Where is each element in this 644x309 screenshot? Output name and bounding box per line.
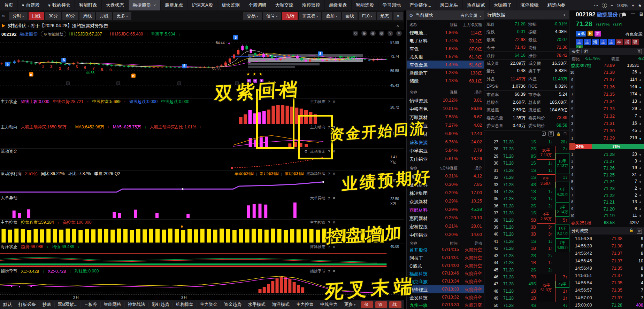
timesales-row[interactable]: 15:00:0071.28408 xyxy=(569,302,644,309)
tab-首页[interactable]: 首页 xyxy=(0,0,18,10)
panel-controls[interactable]: 主力控盘?✕ xyxy=(310,220,336,225)
table-row[interactable]: 有色1.63%87.0亿 xyxy=(407,45,484,53)
book-row[interactable]: 371.2619 xyxy=(569,165,644,172)
zoom-out-icon[interactable]: − xyxy=(611,3,613,8)
tool-交易[interactable]: 交易▾ xyxy=(243,12,262,20)
strategy-badge-海[interactable]: 海 xyxy=(592,39,599,45)
tab-大咖交流[interactable]: 大咖交流 xyxy=(271,0,298,10)
help-icon[interactable]: ? xyxy=(328,100,330,104)
table-row[interactable]: 金发科技07/13:32火箭升空 xyxy=(407,293,484,301)
panel-controls[interactable]: 主力状态?✕ xyxy=(310,99,336,104)
favorite-icon[interactable]: ★ xyxy=(638,3,642,8)
tab-大盘状态[interactable]: 大盘状态 xyxy=(102,0,129,10)
table-row[interactable]: 盛和资源6.76%24.02 xyxy=(407,138,484,146)
tab-大咖圈子[interactable]: 大咖圈子 xyxy=(490,0,516,10)
help-icon[interactable]: ? xyxy=(328,269,330,274)
help-icon[interactable]: ? xyxy=(328,196,330,200)
tab-产业链传...[interactable]: 产业链传... xyxy=(405,0,436,10)
lock-icon[interactable]: 🔒 xyxy=(557,132,561,136)
window-controls[interactable]: ⋯!−100%+★ xyxy=(594,0,642,10)
watchlist-button[interactable]: 自 xyxy=(639,11,643,17)
kline-chart[interactable]: 123456789$$$$$BB★★★◆◆84.44◆56.66中 启动牛44.… xyxy=(0,33,404,98)
close-icon[interactable]: ✕ xyxy=(332,149,336,154)
book-row[interactable]: 1071.1911 xyxy=(569,212,644,219)
tab-自选股[interactable]: ♥自选股 xyxy=(18,0,44,10)
lock-icon[interactable]: 🔒 xyxy=(629,228,634,232)
timesales-row[interactable]: 14:56:4571.3710 xyxy=(569,258,644,265)
tool-前复权[interactable]: 前复权▾ xyxy=(299,12,321,20)
footer-item-神龙战法[interactable]: 神龙战法 xyxy=(125,302,149,308)
tool-九转[interactable]: 九转 xyxy=(282,12,298,20)
tick-row[interactable]: 4871.281B1↑ xyxy=(484,288,569,295)
footer-button-战法[interactable]: 战法 xyxy=(389,301,401,308)
strategy-badge-捕[interactable]: 捕 xyxy=(624,39,631,45)
close-icon[interactable]: ✕ xyxy=(396,24,399,28)
tab-涨停监控[interactable]: 涨停监控 xyxy=(298,0,325,10)
zoom-level[interactable]: 100% xyxy=(617,3,628,8)
strategy-badge-主[interactable]: 主 xyxy=(600,39,607,45)
table-row[interactable]: 众源新材0.29%10.25 xyxy=(407,197,484,205)
tab-个股调研[interactable]: 个股调研 xyxy=(244,0,271,10)
footer-item-智能网格[interactable]: 智能网格 xyxy=(101,302,125,308)
tick-row[interactable]: 2771.281S1↓20↓ xyxy=(484,138,569,145)
tab-我的持仓[interactable]: ¥我的持仓 xyxy=(44,0,75,10)
footer-item-打板必备[interactable]: 打板必备 xyxy=(15,302,39,308)
book-row[interactable]: 471.327 xyxy=(569,113,644,120)
tab-沪深京A股[interactable]: 沪深京A股 xyxy=(187,0,217,10)
table-row[interactable]: 有色金属1.49%51.6亿 xyxy=(407,61,484,69)
tick-row[interactable]: 4371.282S2↓ xyxy=(484,252,569,259)
tab-智能选股[interactable]: 智能选股 xyxy=(352,0,378,10)
volume-icon[interactable]: 量 xyxy=(637,229,642,234)
expand-icon[interactable]: ☐ xyxy=(564,132,567,136)
link-累计净利润[interactable]: 累计净利润 xyxy=(260,171,279,176)
table-row[interactable]: 南京商旅07/13:34火箭升空 xyxy=(407,277,484,285)
table-row[interactable]: 中国铝业0.20%14.60 xyxy=(407,230,484,239)
tick-row[interactable]: 4571.282S2↓ xyxy=(484,267,569,274)
table-row[interactable]: 首开股份07/14:15火箭升空 xyxy=(407,246,484,254)
table-row[interactable]: 锂电池...1.86%114亿 xyxy=(407,29,484,37)
panel-controls[interactable]: 单季净利润|累计净利润|滚动净利润滚动净利润?✕ xyxy=(235,171,336,176)
close-icon[interactable]: ✕ xyxy=(153,3,156,7)
close-icon[interactable]: ✕ xyxy=(332,220,336,225)
table-row[interactable]: 惠同新材0.25%20.10 xyxy=(407,214,484,222)
footer-item-资金趋势[interactable]: 资金趋势 xyxy=(221,302,245,308)
tick-row[interactable]: 3871.285B5↑ xyxy=(484,217,569,224)
currency-icon[interactable]: ¥ xyxy=(542,132,546,136)
timesales-row[interactable]: 14:56:4271.378 xyxy=(569,250,644,257)
book-row[interactable]: 271.3045 xyxy=(569,127,644,135)
tick-row[interactable]: 4971.281B1↑ xyxy=(484,295,569,302)
tick-row[interactable]: 4671.287B7↑ xyxy=(484,274,569,280)
table-row[interactable]: C盛龙07/14:00火箭升空 xyxy=(407,262,484,270)
volume-icon[interactable]: 量 xyxy=(637,49,642,54)
expand-icon[interactable]: » xyxy=(2,13,5,18)
collapse-icon[interactable]: « xyxy=(562,14,567,16)
table-row[interactable]: 西部材料0.29%45.38 xyxy=(407,205,484,214)
book-row[interactable]: 471.2531 xyxy=(569,172,644,179)
footer-item-三板斧[interactable]: 三板斧 xyxy=(81,302,101,308)
timesales-row[interactable]: 14:57:0071.377 xyxy=(569,294,644,302)
footer-item-抄底[interactable]: 抄底 xyxy=(39,302,55,308)
footer-item-主力资金[interactable]: 主力资金 xyxy=(197,302,221,308)
book-row[interactable]: 171.29219 xyxy=(569,135,644,142)
close-icon[interactable]: ✕ xyxy=(332,100,336,104)
book-row[interactable]: 171.2823 xyxy=(569,151,644,158)
link-单季净利润[interactable]: 单季净利润 xyxy=(235,171,254,176)
zoom-in-icon[interactable]: + xyxy=(632,3,635,8)
tick-row[interactable]: 4471.281B1↑ xyxy=(484,259,569,266)
table-row[interactable]: 龙头股1.57%61.3亿 xyxy=(407,53,484,61)
timesales-row[interactable]: 14:56:5171.378 xyxy=(569,272,644,279)
volume-icon[interactable]: 量 xyxy=(549,131,554,136)
panel-controls[interactable]: 捕捞季节?✕ xyxy=(310,269,336,274)
table-row[interactable]: 福晶科技07/13:46火箭升空 xyxy=(407,269,484,277)
period-60分[interactable]: 60分 xyxy=(62,12,78,20)
table-row[interactable]: 电子材料1.74%39.2亿 xyxy=(407,37,484,45)
footer-item-彩虹趋势[interactable]: 彩虹趋势 xyxy=(149,302,173,308)
footer-item-机构操盘[interactable]: 机构操盘 xyxy=(173,302,197,308)
tab-风口龙头[interactable]: 风口龙头 xyxy=(436,0,463,10)
tool-画线[interactable]: 画线 xyxy=(342,12,358,20)
table-row[interactable]: 中稀有色10.01%86.96 xyxy=(407,104,484,113)
strategy-badge-主[interactable]: 主 xyxy=(576,39,583,45)
close-icon[interactable]: ✕ xyxy=(332,172,336,176)
tick-row[interactable]: 2871.282S2↓ xyxy=(484,145,569,152)
tool-»[interactable]: » xyxy=(393,12,403,20)
